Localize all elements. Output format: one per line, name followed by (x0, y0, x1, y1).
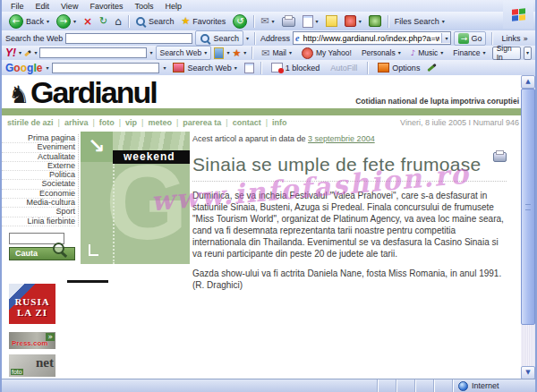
browser-window: File Edit View Favorites Tools Help ← Ba… (0, 0, 537, 392)
home-button[interactable]: ⌂ (111, 14, 125, 29)
back-dropdown-caret-icon[interactable]: ▾ (47, 19, 49, 24)
forward-button[interactable]: → ▾ (53, 13, 80, 30)
yahoo-search-caret-icon[interactable]: ▾ (149, 50, 152, 55)
edit-button[interactable]: ▾ (299, 14, 322, 29)
nav-meteo[interactable]: meteo (137, 118, 172, 127)
my-yahoo-button[interactable]: My Yahoo! (298, 47, 355, 60)
menu-bar: File Edit View Favorites Tools Help (2, 0, 535, 13)
yahoo-star-caret-icon[interactable]: ▾ (243, 50, 246, 55)
google-search-web-button[interactable]: Search Web ▾ (169, 62, 240, 73)
yahoo-star-icon[interactable]: ★ (232, 47, 241, 59)
search-button[interactable]: Search (132, 15, 178, 28)
vertical-scrollbar[interactable]: ▲ ▼ (521, 75, 535, 379)
nav-stirile-de-azi[interactable]: stirile de azi (7, 118, 54, 127)
google-caret-icon[interactable]: ▾ (46, 65, 48, 71)
music-button[interactable]: ♪ Music ▾ (407, 47, 448, 58)
stop-button[interactable]: × (80, 14, 96, 29)
yahoo-search-web-caret-icon[interactable]: ▾ (204, 50, 207, 55)
music-caret-icon[interactable]: ▾ (440, 50, 443, 55)
yahoo-search-input[interactable] (39, 47, 147, 58)
banner-fotografia-net[interactable]: foto net (9, 354, 55, 377)
menu-help[interactable]: Help (159, 2, 187, 11)
favorites-button[interactable]: ★ Favorites (177, 14, 229, 28)
google-logo[interactable]: Google (5, 62, 42, 74)
yahoo-logo[interactable]: Y! (5, 47, 16, 59)
search-options-caret-icon[interactable]: ▾ (246, 36, 249, 41)
menu-edit[interactable]: Edit (30, 2, 55, 11)
messenger-button[interactable]: ▾ (341, 14, 365, 28)
sign-in-caret-button[interactable]: ▾ (524, 47, 532, 60)
yahoo-bookmarks-caret-icon[interactable]: ▾ (226, 50, 229, 55)
toolbar-separator (388, 15, 388, 28)
messenger-dropdown-caret-icon[interactable]: ▾ (359, 19, 362, 24)
issue-date-line: Vineri, 8 iulie 2005 I Numarul 946 (400, 118, 519, 127)
finance-button[interactable]: Finance ▾ (449, 47, 489, 58)
mail-button[interactable]: ✉ ▾ (257, 14, 277, 28)
google-input-caret-icon[interactable]: ▾ (163, 65, 166, 71)
google-search-web-caret-icon[interactable]: ▾ (234, 65, 237, 71)
status-segment (434, 379, 453, 392)
sign-in-button[interactable]: Sign In (492, 47, 521, 60)
menu-favorites[interactable]: Favorites (84, 2, 128, 11)
files-search-caret-icon[interactable]: ▾ (442, 19, 445, 24)
address-label: Address (260, 34, 290, 43)
music-note-icon: ♪ (411, 48, 415, 57)
address-row: Search the Web Search ▾ Address e ▾ → Go… (2, 30, 535, 47)
yahoo-search-web-button[interactable]: Search Web ▾ (156, 46, 212, 60)
finance-caret-icon[interactable]: ▾ (483, 50, 486, 55)
pencil-icon[interactable] (24, 49, 31, 56)
yahoo-bookmarks-icon[interactable] (214, 47, 224, 59)
personals-button[interactable]: Personals ▾ (358, 47, 405, 58)
search-the-web-input[interactable] (65, 33, 192, 44)
published-date-link[interactable]: 3 septembrie 2004 (308, 134, 375, 143)
autofill-button[interactable]: AutoFill (327, 63, 361, 73)
print-icon (282, 17, 295, 27)
site-logo[interactable]: Gardianul (30, 75, 157, 110)
google-search-input[interactable] (52, 63, 159, 73)
search-the-web-button[interactable]: Search (195, 30, 243, 46)
page-info-icon[interactable] (244, 63, 254, 73)
notes-button[interactable] (322, 14, 341, 28)
menu-tools[interactable]: Tools (129, 2, 158, 11)
nav-vip[interactable]: vip (115, 118, 137, 127)
scroll-down-button[interactable]: ▼ (521, 366, 535, 379)
nav-foto[interactable]: foto (88, 118, 114, 127)
banner-rusia-la-zi[interactable]: RUSIA LA ZI (9, 284, 55, 324)
files-search-button[interactable]: Files Search ▾ (391, 16, 448, 27)
internet-globe-icon (458, 381, 468, 391)
address-dropdown-caret-icon[interactable]: ▾ (441, 33, 450, 43)
nav-contact[interactable]: contact (221, 118, 260, 127)
nav-info[interactable]: info (261, 118, 287, 127)
popup-blocker-button[interactable]: 1 blocked (268, 62, 324, 73)
banner-press[interactable]: » Press.com (9, 332, 55, 349)
sidebar-item-linia-fierbinte[interactable]: Linia fierbinte (2, 217, 75, 226)
edit-dropdown-caret-icon[interactable]: ▾ (316, 19, 319, 24)
search-icon (200, 33, 210, 44)
go-button[interactable]: → Go (454, 31, 486, 46)
forward-dropdown-caret-icon[interactable]: ▾ (73, 19, 76, 24)
scroll-up-button[interactable]: ▲ (521, 75, 535, 89)
pencil-caret-icon[interactable]: ▾ (34, 50, 37, 55)
menu-file[interactable]: File (5, 2, 30, 11)
history-button[interactable]: ↺ (229, 13, 251, 30)
links-button[interactable]: Links » (498, 33, 532, 44)
scrollbar-thumb[interactable] (521, 89, 535, 325)
yahoo-mail-caret-icon[interactable]: ▾ (289, 50, 292, 55)
yahoo-mail-button[interactable]: ✉ Mail ▾ (258, 47, 295, 60)
options-button[interactable]: Options (374, 62, 423, 73)
print-button[interactable] (278, 14, 299, 28)
print-article-icon[interactable] (493, 152, 507, 162)
status-segment (396, 379, 415, 392)
back-button[interactable]: ← Back ▾ (5, 13, 53, 30)
highlighter-icon[interactable] (428, 64, 437, 72)
refresh-button[interactable]: ↻ (96, 14, 111, 28)
status-segment (378, 379, 396, 392)
nav-parerea-ta[interactable]: parerea ta (172, 118, 221, 127)
mail-dropdown-caret-icon[interactable]: ▾ (272, 19, 275, 24)
yahoo-caret-icon[interactable]: ▾ (19, 50, 21, 55)
personals-caret-icon[interactable]: ▾ (398, 50, 401, 55)
menu-view[interactable]: View (55, 2, 83, 11)
nav-arhiva[interactable]: arhiva (54, 118, 89, 127)
address-input[interactable] (301, 33, 441, 43)
contacts-button[interactable] (365, 14, 385, 28)
